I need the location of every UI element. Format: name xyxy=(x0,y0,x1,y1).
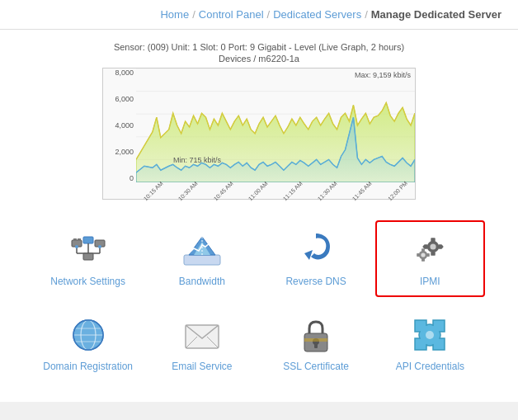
api-credentials-item[interactable]: API Credentials xyxy=(375,305,485,382)
breadcrumb-sep2: / xyxy=(267,8,271,21)
x-label-7: 11:45 AM xyxy=(351,180,373,201)
network-settings-label: Network Settings xyxy=(50,276,125,289)
y-label-6000: 6,000 xyxy=(115,95,134,103)
svg-rect-37 xyxy=(421,248,425,251)
chart-svg xyxy=(136,68,415,182)
y-label-2000: 2,000 xyxy=(115,148,134,156)
breadcrumb-control-panel[interactable]: Control Panel xyxy=(199,8,264,21)
bandwidth-label: Bandwidth xyxy=(179,276,225,289)
ipmi-icon xyxy=(408,229,451,271)
chart-min-label: Min: 715 kbit/s xyxy=(173,156,221,164)
x-label-5: 11:15 AM xyxy=(282,180,304,201)
domain-registration-label: Domain Registration xyxy=(43,361,133,374)
chart-title: Sensor: (009) Unit: 1 Slot: 0 Port: 9 Gi… xyxy=(16,42,502,52)
x-label-6: 11:30 AM xyxy=(317,180,338,201)
svg-rect-19 xyxy=(78,238,81,241)
svg-rect-9 xyxy=(83,237,93,243)
domain-registration-icon xyxy=(67,314,110,356)
x-label-2: 10:30 AM xyxy=(177,180,199,201)
chart-x-labels: 10:15 AM 10:30 AM 10:45 AM 11:00 AM 11:1… xyxy=(136,182,415,199)
chart-section: Sensor: (009) Unit: 1 Slot: 0 Port: 9 Gi… xyxy=(16,42,502,200)
svg-rect-39 xyxy=(417,253,420,257)
chart-container: 8,000 6,000 4,000 2,000 0 xyxy=(102,68,416,200)
y-label-8000: 8,000 xyxy=(115,68,134,77)
svg-rect-27 xyxy=(431,238,436,242)
breadcrumb-current: Manage Dedicated Server xyxy=(371,8,502,21)
reverse-dns-item[interactable]: Reverse DNS xyxy=(261,220,371,297)
email-service-item[interactable]: Email Service xyxy=(147,305,257,382)
x-label-1: 10:15 AM xyxy=(143,180,164,201)
chart-y-axis: 8,000 6,000 4,000 2,000 0 xyxy=(103,68,136,182)
network-settings-icon xyxy=(67,229,110,271)
ipmi-label: IPMI xyxy=(420,276,440,289)
email-service-icon xyxy=(181,314,224,356)
x-label-4: 11:00 AM xyxy=(247,180,269,201)
bandwidth-icon xyxy=(181,229,224,271)
svg-rect-52 xyxy=(314,343,318,348)
x-label-3: 10:45 AM xyxy=(213,180,234,201)
main-content: Sensor: (009) Unit: 1 Slot: 0 Port: 9 Gi… xyxy=(0,30,518,402)
svg-point-24 xyxy=(313,245,319,252)
y-label-4000: 4,000 xyxy=(115,121,134,130)
svg-point-54 xyxy=(426,331,434,339)
svg-rect-15 xyxy=(83,253,93,260)
api-credentials-icon xyxy=(408,314,451,356)
ipmi-item[interactable]: IPMI xyxy=(375,220,485,297)
chart-subtitle: Devices / m6220-1a xyxy=(16,54,502,64)
breadcrumb-home[interactable]: Home xyxy=(160,8,189,21)
chart-area: Max: 9,159 kbit/s Min: 715 kbit/s xyxy=(136,68,415,182)
reverse-dns-icon xyxy=(294,229,337,271)
x-label-8: 12:00 PM xyxy=(387,180,408,201)
breadcrumb-sep3: / xyxy=(365,8,368,21)
ssl-certificate-label: SSL Certificate xyxy=(283,361,349,374)
ssl-certificate-icon xyxy=(294,314,337,356)
chart-max-label: Max: 9,159 kbit/s xyxy=(355,71,411,79)
breadcrumb-dedicated-servers[interactable]: Dedicated Servers xyxy=(273,8,361,21)
api-credentials-label: API Credentials xyxy=(396,361,464,374)
bandwidth-item[interactable]: Bandwidth xyxy=(147,220,257,297)
breadcrumb: Home / Control Panel / Dedicated Servers… xyxy=(0,0,518,30)
svg-rect-40 xyxy=(427,253,430,257)
network-settings-item[interactable]: Network Settings xyxy=(33,220,143,297)
svg-rect-28 xyxy=(431,252,436,256)
svg-point-16 xyxy=(75,245,78,248)
svg-point-26 xyxy=(431,243,436,249)
svg-rect-38 xyxy=(421,259,425,262)
icons-grid: Network Settings Bandwidth xyxy=(16,216,502,385)
svg-rect-53 xyxy=(304,338,327,342)
svg-point-36 xyxy=(421,252,426,257)
svg-point-17 xyxy=(98,245,101,248)
svg-rect-18 xyxy=(73,238,77,241)
ssl-certificate-item[interactable]: SSL Certificate xyxy=(261,305,371,382)
svg-rect-20 xyxy=(184,255,220,265)
y-label-0: 0 xyxy=(130,174,134,182)
breadcrumb-sep1: / xyxy=(192,8,195,21)
domain-registration-item[interactable]: Domain Registration xyxy=(33,305,143,382)
email-service-label: Email Service xyxy=(172,361,232,374)
reverse-dns-label: Reverse DNS xyxy=(285,276,346,289)
